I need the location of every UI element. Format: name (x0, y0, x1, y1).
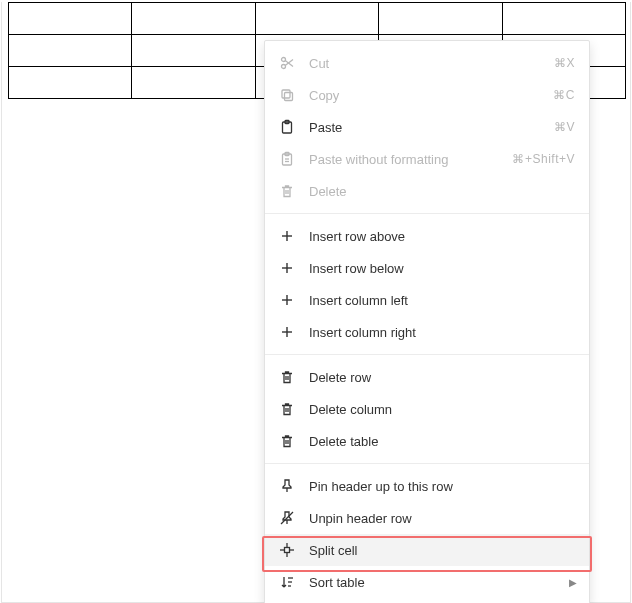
menu-copy: Copy ⌘C (265, 79, 589, 111)
plus-icon (279, 292, 295, 308)
menu-divider (265, 213, 589, 214)
menu-label: Sort table (309, 575, 575, 590)
split-cell-icon (279, 542, 295, 558)
table-context-menu: Cut ⌘X Copy ⌘C Paste ⌘V (264, 40, 590, 603)
clipboard-icon (279, 119, 295, 135)
menu-paste[interactable]: Paste ⌘V (265, 111, 589, 143)
menu-shortcut: ⌘X (554, 56, 575, 70)
menu-label: Paste without formatting (309, 152, 512, 167)
sort-icon (279, 574, 295, 590)
table-row (9, 3, 626, 35)
plus-icon (279, 260, 295, 276)
menu-delete-table[interactable]: Delete table (265, 425, 589, 457)
menu-delete-row[interactable]: Delete row (265, 361, 589, 393)
menu-label: Paste (309, 120, 554, 135)
menu-label: Insert column left (309, 293, 575, 308)
copy-icon (279, 87, 295, 103)
trash-icon (279, 369, 295, 385)
menu-cut: Cut ⌘X (265, 47, 589, 79)
menu-divider (265, 463, 589, 464)
menu-pin-header[interactable]: Pin header up to this row (265, 470, 589, 502)
svg-rect-5 (285, 93, 293, 101)
menu-label: Pin header up to this row (309, 479, 575, 494)
menu-label: Delete column (309, 402, 575, 417)
menu-delete: Delete (265, 175, 589, 207)
plus-icon (279, 228, 295, 244)
menu-shortcut: ⌘V (554, 120, 575, 134)
menu-label: Insert column right (309, 325, 575, 340)
menu-shortcut: ⌘+Shift+V (512, 152, 575, 166)
menu-insert-row-below[interactable]: Insert row below (265, 252, 589, 284)
menu-shortcut: ⌘C (553, 88, 575, 102)
editor-canvas: Cut ⌘X Copy ⌘C Paste ⌘V (1, 2, 631, 603)
menu-delete-column[interactable]: Delete column (265, 393, 589, 425)
menu-label: Unpin header row (309, 511, 575, 526)
menu-label: Insert row above (309, 229, 575, 244)
unpin-icon (279, 510, 295, 526)
menu-label: Delete (309, 184, 575, 199)
menu-label: Cut (309, 56, 554, 71)
clipboard-plain-icon (279, 151, 295, 167)
menu-split-cell[interactable]: Split cell (265, 534, 589, 566)
trash-icon (279, 433, 295, 449)
menu-label: Delete row (309, 370, 575, 385)
menu-sort-table[interactable]: Sort table ▶ (265, 566, 589, 598)
menu-insert-col-right[interactable]: Insert column right (265, 316, 589, 348)
menu-unpin-header[interactable]: Unpin header row (265, 502, 589, 534)
menu-paste-plain: Paste without formatting ⌘+Shift+V (265, 143, 589, 175)
trash-icon (279, 183, 295, 199)
menu-insert-col-left[interactable]: Insert column left (265, 284, 589, 316)
submenu-arrow-icon: ▶ (569, 577, 577, 588)
svg-line-2 (285, 61, 293, 67)
svg-rect-33 (285, 548, 290, 553)
menu-label: Insert row below (309, 261, 575, 276)
svg-rect-4 (282, 90, 290, 98)
menu-divider (265, 354, 589, 355)
pin-icon (279, 478, 295, 494)
plus-icon (279, 324, 295, 340)
menu-label: Delete table (309, 434, 575, 449)
scissors-icon (279, 55, 295, 71)
menu-label: Copy (309, 88, 553, 103)
svg-line-3 (285, 60, 293, 66)
trash-icon (279, 401, 295, 417)
menu-label: Split cell (309, 543, 575, 558)
menu-insert-row-above[interactable]: Insert row above (265, 220, 589, 252)
